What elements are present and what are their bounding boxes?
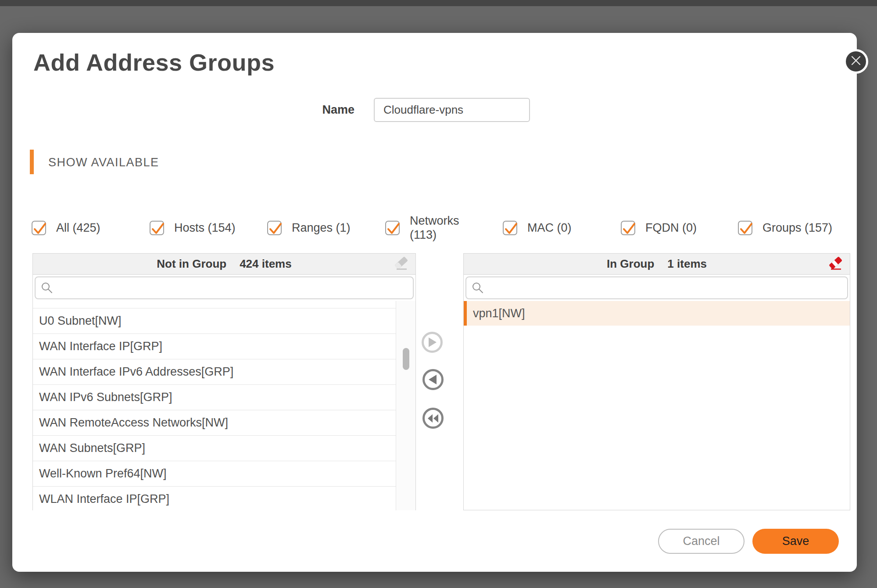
move-left-button[interactable] — [422, 369, 444, 390]
cancel-button[interactable]: Cancel — [658, 529, 745, 554]
panel-in-group-header: In Group 1 items — [464, 254, 850, 275]
list-item[interactable]: Well-Known Pref64[NW] — [33, 461, 396, 487]
filter-label-fqdn: FQDN (0) — [645, 221, 697, 235]
check-icon — [268, 220, 283, 237]
panel-count: 1 items — [667, 257, 707, 271]
list-partial-row — [33, 301, 396, 308]
close-icon — [850, 55, 862, 68]
move-all-left-button[interactable] — [422, 408, 444, 429]
filter-item-all[interactable]: All (425) — [32, 208, 100, 248]
filter-label-networks-line2: (113) — [410, 228, 437, 241]
arrow-left-icon — [428, 374, 438, 385]
filter-label-mac: MAC (0) — [527, 221, 572, 235]
check-icon — [738, 220, 754, 237]
filter-label-ranges: Ranges (1) — [292, 221, 351, 235]
close-button[interactable] — [844, 49, 868, 74]
list-item[interactable]: WAN Interface IPv6 Addresses[GRP] — [33, 359, 396, 385]
checkbox-mac[interactable] — [503, 221, 517, 235]
panel-title: In Group — [607, 257, 654, 271]
double-arrow-left-icon — [427, 414, 439, 423]
search-row — [33, 275, 415, 301]
checkbox-fqdn[interactable] — [621, 221, 635, 235]
search-box — [35, 276, 414, 299]
add-address-groups-dialog: Add Address Groups Name SHOW AVAILABLE A… — [12, 33, 857, 572]
list-item[interactable]: WLAN Interface IP[GRP] — [33, 487, 396, 510]
check-icon — [621, 220, 637, 237]
check-icon — [150, 220, 165, 237]
checkbox-ranges[interactable] — [267, 221, 282, 235]
not-in-group-list: U0 Subnet[NW] WAN Interface IP[GRP] WAN … — [33, 301, 415, 510]
filter-item-networks[interactable]: Networks (113) — [385, 208, 459, 248]
not-in-group-search-input[interactable] — [57, 277, 408, 298]
panel-in-group: In Group 1 items — [463, 253, 850, 510]
dialog-title: Add Address Groups — [33, 49, 275, 76]
check-icon — [503, 220, 519, 237]
in-group-search-input[interactable] — [488, 277, 842, 298]
checkbox-groups[interactable] — [738, 221, 752, 235]
clear-selection-button[interactable] — [393, 256, 410, 272]
check-icon — [386, 220, 401, 237]
in-group-list: vpn1[NW] — [464, 301, 850, 510]
check-icon — [32, 220, 47, 237]
list-item[interactable]: WAN Interface IP[GRP] — [33, 334, 396, 359]
section-label: SHOW AVAILABLE — [48, 156, 159, 169]
name-label: Name — [319, 103, 354, 117]
list-item[interactable]: WAN IPv6 Subnets[GRP] — [33, 385, 396, 410]
panel-count: 424 items — [240, 257, 292, 271]
scrollbar-thumb[interactable] — [403, 348, 409, 370]
filter-label-groups: Groups (157) — [762, 221, 832, 235]
search-row — [464, 275, 850, 301]
filter-row: All (425) Hosts (154) Ranges (1) — [12, 208, 857, 248]
filter-label-networks: Networks (113) — [410, 214, 459, 242]
clear-group-button[interactable] — [827, 256, 845, 272]
filter-item-groups[interactable]: Groups (157) — [738, 208, 832, 248]
filter-label-all: All (425) — [56, 221, 100, 235]
filter-label-networks-line1: Networks — [410, 214, 459, 227]
selected-list-item[interactable]: vpn1[NW] — [464, 301, 850, 326]
section-accent-bar — [30, 150, 34, 174]
move-right-button[interactable] — [422, 332, 443, 353]
checkbox-networks[interactable] — [385, 221, 400, 235]
list-item[interactable]: WAN RemoteAccess Networks[NW] — [33, 410, 396, 436]
panel-title: Not in Group — [157, 257, 226, 271]
background-top-strip — [0, 0, 877, 6]
save-button[interactable]: Save — [752, 529, 839, 554]
list-item[interactable]: WAN Subnets[GRP] — [33, 436, 396, 461]
list-item[interactable]: U0 Subnet[NW] — [33, 308, 396, 334]
panel-not-in-group-header: Not in Group 424 items — [33, 254, 415, 275]
search-icon — [472, 282, 484, 294]
search-box — [465, 276, 848, 299]
search-icon — [41, 282, 53, 294]
scrollbar-track — [396, 301, 415, 510]
name-input[interactable] — [374, 98, 530, 122]
filter-item-fqdn[interactable]: FQDN (0) — [621, 208, 697, 248]
eraser-icon-grey — [393, 257, 410, 272]
eraser-icon-red — [827, 257, 844, 272]
filter-label-hosts: Hosts (154) — [174, 221, 236, 235]
arrow-right-icon — [427, 337, 437, 348]
filter-item-mac[interactable]: MAC (0) — [503, 208, 572, 248]
filter-item-hosts[interactable]: Hosts (154) — [150, 208, 236, 248]
filter-item-ranges[interactable]: Ranges (1) — [267, 208, 351, 248]
checkbox-all[interactable] — [32, 221, 46, 235]
checkbox-hosts[interactable] — [150, 221, 164, 235]
panel-not-in-group: Not in Group 424 items — [32, 253, 416, 510]
